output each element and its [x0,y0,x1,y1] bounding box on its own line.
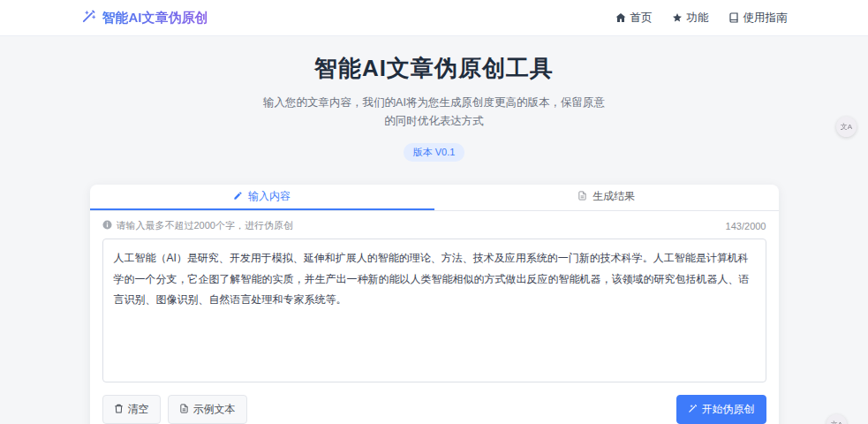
start-rewrite-button[interactable]: 开始伪原创 [676,395,766,424]
article-input[interactable]: 人工智能（AI）是研究、开发用于模拟、延伸和扩展人的智能的理论、方法、技术及应用… [102,238,766,382]
nav-item-guide[interactable]: 使用指南 [728,11,788,26]
hint-row: 请输入最多不超过2000个字，进行伪原创 143/2000 [90,211,779,238]
nav-item-home[interactable]: 首页 [615,11,653,26]
hero-section: 智能AI文章伪原创工具 输入您的文章内容，我们的AI将为您生成原创度更高的版本，… [0,36,868,162]
editor-footer: 清空 示例文本 开始伪原创 [90,382,779,424]
header-nav: 首页 功能 使用指南 [615,11,788,26]
start-rewrite-button-label: 开始伪原创 [702,402,755,417]
tab-generated-result[interactable]: 生成结果 [434,185,779,210]
clear-button-label: 清空 [128,402,149,417]
nav-item-label: 功能 [687,11,709,26]
sample-text-button-label: 示例文本 [193,402,236,417]
tab-input-content[interactable]: 输入内容 [90,185,434,210]
version-badge: 版本 V0.1 [404,143,465,162]
document-icon [577,191,587,203]
translate-icon: 文A [831,420,842,424]
pencil-icon [233,191,243,203]
char-counter: 143/2000 [726,221,766,231]
sample-text-button[interactable]: 示例文本 [168,395,247,424]
tab-label: 输入内容 [248,189,291,204]
info-icon [102,220,112,231]
translate-float-button[interactable]: 文A [836,117,857,137]
wand-icon [81,9,96,26]
editor-tabbar: 输入内容 生成结果 [90,185,779,211]
star-icon [672,12,683,23]
trash-icon [114,404,124,416]
translate-float-button-bottom[interactable]: 文A [826,414,847,424]
editor-card: 输入内容 生成结果 请输入最多不超过20 [90,185,779,424]
page-subtitle: 输入您的文章内容，我们的AI将为您生成原创度更高的版本，保留原意的同时优化表达方… [262,94,607,130]
wand-icon [688,404,698,416]
tab-label: 生成结果 [593,189,635,204]
home-icon [615,12,626,23]
app-logo[interactable]: 智能AI文章伪原创 [81,9,208,26]
translate-icon: 文A [841,122,852,132]
document-icon [179,404,189,416]
page-title: 智能AI文章伪原创工具 [0,53,868,84]
nav-item-label: 使用指南 [743,11,788,26]
app-title: 智能AI文章伪原创 [102,10,208,26]
nav-item-label: 首页 [630,11,653,26]
clear-button[interactable]: 清空 [102,395,161,424]
app-header: 智能AI文章伪原创 首页 功能 [0,0,868,36]
input-hint: 请输入最多不超过2000个字，进行伪原创 [117,219,293,232]
nav-item-features[interactable]: 功能 [672,11,709,26]
book-icon [728,12,739,23]
